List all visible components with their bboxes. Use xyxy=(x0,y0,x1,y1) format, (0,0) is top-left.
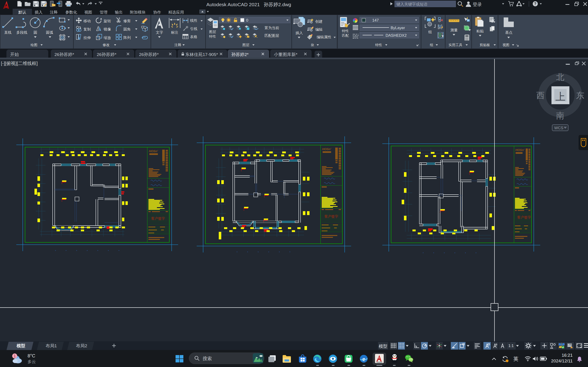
svg-text:西: 西 xyxy=(536,91,545,100)
svg-text:上: 上 xyxy=(555,91,565,102)
svg-text:东: 东 xyxy=(576,91,584,100)
svg-text:南: 南 xyxy=(556,111,564,120)
svg-text:x: x xyxy=(243,209,244,211)
svg-text:?: ? xyxy=(534,2,536,6)
svg-text:客户签字: 客户签字 xyxy=(517,215,531,219)
svg-text:[-][俯视][二维线框]: [-][俯视][二维线框] xyxy=(1,61,38,66)
svg-text:x: x xyxy=(61,200,62,202)
svg-text:1: 1 xyxy=(14,354,16,358)
svg-text:WCS: WCS xyxy=(554,126,563,130)
svg-text:e: e xyxy=(362,355,365,362)
svg-text:x: x xyxy=(469,173,470,175)
svg-text:HOSnʹ: HOSnʹ xyxy=(322,147,331,151)
svg-text:客户签字: 客户签字 xyxy=(151,217,165,220)
svg-text:HOSnʹ: HOSnʹ xyxy=(515,148,525,152)
svg-text:x: x xyxy=(61,183,62,184)
svg-text:HOSnʹ: HOSnʹ xyxy=(149,150,158,153)
svg-text:x: x xyxy=(241,170,242,172)
svg-text:x: x xyxy=(263,221,264,223)
svg-text:客户签字: 客户签字 xyxy=(324,214,338,218)
svg-text:x: x xyxy=(440,211,441,213)
svg-text:北: 北 xyxy=(556,72,564,82)
svg-text:!: ! xyxy=(572,346,573,348)
svg-text:x: x xyxy=(264,196,265,198)
